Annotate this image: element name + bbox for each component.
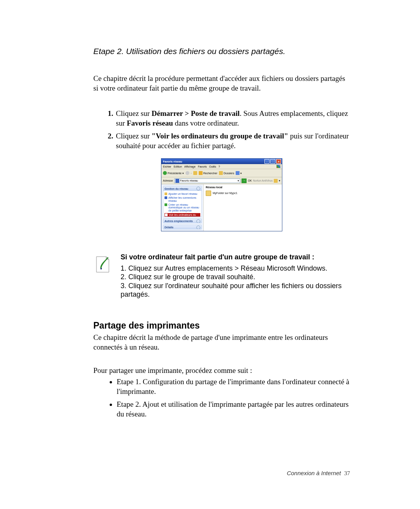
back-button[interactable]: Précédente ▾ xyxy=(163,171,184,175)
panel-title: Détails xyxy=(164,226,173,229)
sidebar-item-view-connections[interactable]: Afficher les connexions réseau xyxy=(164,196,200,202)
page-number: 37 xyxy=(344,470,350,476)
figure: Favoris réseau - □ × Eichier Edition Aff… xyxy=(93,158,350,231)
close-button[interactable]: × xyxy=(276,159,281,164)
note-line: 1. Cliquez sur Autres emplacements > Rés… xyxy=(121,264,350,273)
section-heading: Partage des imprimantes xyxy=(93,320,350,331)
menu-tools[interactable]: Outils xyxy=(209,165,216,168)
footer-label: Connexion à Internet xyxy=(287,470,341,476)
arrow-left-icon xyxy=(163,171,167,175)
chevron-down-icon: ▾ xyxy=(182,172,184,175)
label: Dossiers xyxy=(224,172,234,175)
expand-icon[interactable] xyxy=(196,219,200,223)
expand-icon[interactable] xyxy=(196,226,200,229)
maximize-button[interactable]: □ xyxy=(270,159,275,164)
panel-title: Gestion du réseau xyxy=(164,187,188,191)
folder-icon xyxy=(206,191,211,196)
list-item: Etape 1. Configuration du partage de l'i… xyxy=(117,377,350,396)
network-icon xyxy=(175,179,179,183)
section2-intro: Ce chapitre décrit la méthode de partage… xyxy=(93,332,350,352)
instruction-item-2: Cliquez sur "Voir les ordinateurs du gro… xyxy=(115,131,350,150)
text: dans votre ordinateur. xyxy=(173,119,239,127)
up-button[interactable] xyxy=(193,171,197,175)
note-icon xyxy=(93,254,112,275)
antivirus-label: Norton AntiVirus xyxy=(253,179,273,182)
connections-icon xyxy=(164,196,167,199)
note-block: Si votre ordinateur fait partie d'un aut… xyxy=(93,253,350,299)
chevron-down-icon: ▾ xyxy=(240,172,242,175)
panel-header[interactable]: Gestion du réseau xyxy=(163,186,201,191)
section2-sub: Pour partager une imprimante, procédez c… xyxy=(93,366,350,375)
menu-file[interactable]: Eichier xyxy=(163,165,171,168)
printer-steps-list: Etape 1. Configuration du partage de l'i… xyxy=(93,377,350,419)
favorite-icon xyxy=(164,192,167,195)
menu-favorites[interactable]: Favoris xyxy=(198,165,207,168)
shared-folder-item[interactable]: MyFolder sur Mypc1 xyxy=(206,191,280,196)
instruction-list: Cliquez sur Démarrer > Poste de travail.… xyxy=(93,108,350,150)
step-title: Etape 2. Utilisation des fichiers ou dos… xyxy=(93,47,350,56)
minimize-button[interactable]: - xyxy=(264,159,270,164)
instruction-item-1: Cliquez sur Démarrer > Poste de travail.… xyxy=(115,108,350,128)
search-button[interactable]: Rechercher xyxy=(199,171,217,175)
list-item: Etape 2. Ajout et utilisation de l'impri… xyxy=(117,399,350,419)
label: Créer un réseau domestique ou un réseau … xyxy=(168,203,200,212)
label: Voir les ordinateurs du groupe de travai… xyxy=(169,213,200,217)
address-label: Adresse xyxy=(163,179,173,182)
chevron-down-icon: ▾ xyxy=(279,179,280,182)
address-value: Favoris réseau xyxy=(180,179,198,182)
panel-header[interactable]: Détails xyxy=(163,225,201,229)
menu-help[interactable]: ? xyxy=(219,165,220,168)
label: Ajouter un favori réseau xyxy=(168,192,197,196)
label: Précédente xyxy=(168,172,182,175)
note-heading: Si votre ordinateur fait partie d'un aut… xyxy=(121,253,350,262)
divider: · xyxy=(191,172,192,175)
address-input[interactable]: Favoris réseau ▾ xyxy=(174,178,241,183)
task-panel-network: Gestion du réseau Ajouter un favori rése… xyxy=(163,186,202,217)
explorer-window: Favoris réseau - □ × Eichier Edition Aff… xyxy=(161,158,282,231)
sidebar-item-setup-network[interactable]: Créer un réseau domestique ou un réseau … xyxy=(164,203,200,212)
group-label: Réseau local xyxy=(206,186,280,189)
page-footer: Connexion à Internet 37 xyxy=(93,470,350,477)
main-pane: Réseau local MyFolder sur Mypc1 xyxy=(204,184,282,231)
menu-edit[interactable]: Edition xyxy=(173,165,182,168)
folder-up-icon xyxy=(193,171,197,175)
panel-header[interactable]: Autres emplacements xyxy=(163,219,201,223)
go-button[interactable]: → xyxy=(242,178,247,183)
chevron-down-icon[interactable]: ▾ xyxy=(238,179,239,182)
panel-title: Autres emplacements xyxy=(164,220,193,223)
task-panel-details: Détails xyxy=(163,225,202,229)
text-bold: Favoris réseau xyxy=(127,119,173,127)
text-bold: Démarrer > Poste de travail xyxy=(152,109,240,117)
intro-paragraph: Ce chapitre décrit la procédure permetta… xyxy=(93,73,350,93)
antivirus-icon xyxy=(274,179,278,183)
text: Cliquez sur xyxy=(116,109,152,117)
view-button[interactable]: ▾ xyxy=(236,171,242,175)
folder-label: MyFolder sur Mypc1 xyxy=(213,192,237,195)
text-bold: "Voir les ordinateurs du groupe de trava… xyxy=(152,132,288,140)
task-panel-other: Autres emplacements xyxy=(163,219,202,223)
forward-button[interactable] xyxy=(186,171,189,175)
address-bar: Adresse Favoris réseau ▾ → OK Norton Ant… xyxy=(161,177,282,184)
svg-point-0 xyxy=(100,268,102,269)
search-icon xyxy=(199,171,203,175)
ok-label: OK xyxy=(248,179,252,182)
folders-icon xyxy=(219,171,223,175)
windows-flag-icon xyxy=(276,165,280,168)
window-title: Favoris réseau xyxy=(162,160,264,163)
side-pane: Gestion du réseau Ajouter un favori rése… xyxy=(161,184,204,231)
workgroup-icon xyxy=(165,213,168,216)
home-network-icon xyxy=(164,203,167,206)
text: Cliquez sur xyxy=(116,132,152,140)
arrow-right-icon xyxy=(186,171,189,175)
label: Rechercher xyxy=(203,172,217,175)
toolbar: Précédente ▾ · Rechercher Dossiers xyxy=(161,169,282,177)
sidebar-item-add-favorite[interactable]: Ajouter un favori réseau xyxy=(164,192,200,196)
menu-view[interactable]: Affichage xyxy=(184,165,196,168)
title-bar: Favoris réseau - □ × xyxy=(161,159,282,164)
label: Afficher les connexions réseau xyxy=(168,196,200,202)
folders-button[interactable]: Dossiers xyxy=(219,171,234,175)
sidebar-item-view-workgroup[interactable]: Voir les ordinateurs du groupe de travai… xyxy=(164,213,200,217)
grid-icon xyxy=(236,171,240,175)
menu-bar: Eichier Edition Affichage Favoris Outils… xyxy=(161,164,282,169)
collapse-icon[interactable] xyxy=(196,187,200,191)
